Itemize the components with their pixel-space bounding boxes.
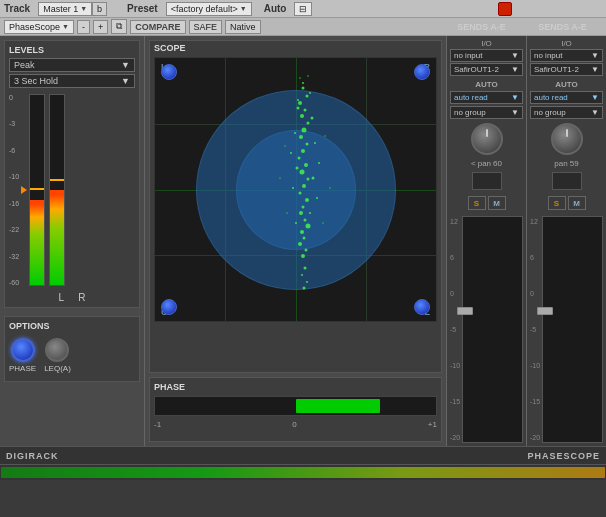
native-button[interactable]: Native — [225, 20, 261, 34]
group-dropdown-2[interactable]: no group ▼ — [530, 106, 603, 119]
hold-dropdown[interactable]: 3 Sec Hold ▼ — [9, 74, 135, 88]
safe-button[interactable]: SAFE — [189, 20, 223, 34]
pan-val-1: 60 — [493, 159, 502, 168]
fader-section-1: 12 6 0 -5 -10 -15 -20 — [450, 216, 523, 443]
svg-point-3 — [304, 109, 307, 112]
plus-button[interactable]: + — [93, 20, 108, 34]
svg-point-45 — [284, 145, 286, 147]
solo-button-1[interactable]: S — [468, 196, 486, 210]
svg-point-29 — [314, 142, 316, 144]
svg-point-15 — [299, 192, 302, 195]
auto-dropdown-2[interactable]: auto read ▼ — [530, 91, 603, 104]
svg-point-37 — [316, 197, 318, 199]
fader-handle-2[interactable] — [537, 307, 553, 315]
master-arrow: ▼ — [80, 5, 87, 12]
svg-point-5 — [307, 122, 310, 125]
phasescope-dropdown[interactable]: PhaseScope ▼ — [4, 20, 74, 34]
leqa-circle — [45, 338, 69, 362]
meter-scale: 0 -3 -6 -10 -16 -22 -32 -60 — [9, 94, 21, 286]
output-dropdown-2[interactable]: SafirOUT1-2 ▼ — [530, 63, 603, 76]
levels-title: LEVELS — [9, 45, 135, 55]
svg-point-47 — [279, 177, 281, 179]
fader-track-1[interactable] — [462, 216, 523, 443]
pan-knob-2[interactable] — [551, 123, 583, 155]
channel-strip-1: I/O no input ▼ SafirOUT1-2 ▼ AUTO auto r… — [446, 36, 526, 446]
sm-buttons-1: S M — [450, 196, 523, 210]
svg-point-48 — [329, 187, 331, 189]
meter-l-label: L — [59, 292, 65, 303]
auto-dropdown-1[interactable]: auto read ▼ — [450, 91, 523, 104]
auto-dropdown[interactable]: ⊟ — [294, 2, 312, 16]
peak-arrow: ▼ — [121, 60, 130, 70]
svg-point-33 — [318, 162, 320, 164]
leqa-button[interactable]: LEQ(A) — [44, 338, 71, 373]
pan-label-1: pan — [478, 159, 491, 168]
b-button[interactable]: b — [92, 2, 107, 16]
svg-point-18 — [299, 211, 303, 215]
levels-section: LEVELS Peak ▼ 3 Sec Hold ▼ 0 -3 -6 -10 -… — [4, 40, 140, 308]
pan-row-1: < pan 60 — [450, 159, 523, 168]
phase-button[interactable]: PHASE — [9, 338, 36, 373]
minus-button[interactable]: - — [77, 20, 90, 34]
preset-arrow: ▼ — [240, 5, 247, 12]
leqa-label: LEQ(A) — [44, 364, 71, 373]
svg-point-38 — [309, 212, 311, 214]
svg-point-19 — [304, 219, 307, 222]
phase-fill — [296, 399, 380, 413]
svg-point-28 — [294, 132, 296, 134]
sends-right-label: SENDS A-E — [523, 22, 602, 32]
svg-point-17 — [302, 206, 305, 209]
input-arrow-2: ▼ — [591, 51, 599, 60]
copy-button[interactable]: ⧉ — [111, 19, 127, 34]
svg-point-22 — [303, 237, 306, 240]
fader-track-2[interactable] — [542, 216, 603, 443]
meter-l-peak — [30, 188, 44, 190]
options-title: OPTIONS — [9, 321, 135, 331]
center-panel: SCOPE L R C L — [145, 36, 446, 446]
pan-val-2: 59 — [570, 159, 579, 168]
hold-arrow: ▼ — [121, 76, 130, 86]
preset-dropdown[interactable]: <factory default> ▼ — [166, 2, 252, 16]
master-dropdown[interactable]: Master 1 ▼ — [38, 2, 92, 16]
output-dropdown-1[interactable]: SafirOUT1-2 ▼ — [450, 63, 523, 76]
peak-dropdown[interactable]: Peak ▼ — [9, 58, 135, 72]
input-dropdown-1[interactable]: no input ▼ — [450, 49, 523, 62]
mute-button-2[interactable]: M — [568, 196, 586, 210]
phase-label: PHASE — [9, 364, 36, 373]
svg-point-43 — [306, 281, 308, 283]
fader-scale-2: 12 6 0 -5 -10 -15 -20 — [530, 216, 540, 443]
io-label-1: I/O — [450, 39, 523, 48]
vu-meters: 0 -3 -6 -10 -16 -22 -32 -60 — [9, 90, 135, 290]
group-arrow-2: ▼ — [591, 108, 599, 117]
group-dropdown-1[interactable]: no group ▼ — [450, 106, 523, 119]
svg-point-36 — [292, 187, 294, 189]
solo-button-2[interactable]: S — [548, 196, 566, 210]
svg-point-25 — [301, 254, 305, 258]
bottom-bar: DIGIRACK PHASESCOPE — [0, 446, 606, 464]
red-button[interactable] — [498, 2, 512, 16]
pan-knob-1[interactable] — [471, 123, 503, 155]
meter-l-fill — [30, 200, 44, 286]
phase-circle — [11, 338, 35, 362]
pan-dir-1: < — [471, 159, 476, 168]
auto-icon: ⊟ — [299, 4, 307, 14]
mute-button-1[interactable]: M — [488, 196, 506, 210]
svg-point-16 — [305, 198, 309, 202]
bottom-right-label: PHASESCOPE — [527, 451, 600, 461]
group-arrow-1: ▼ — [511, 108, 519, 117]
preset-label: Preset — [127, 3, 158, 14]
svg-point-46 — [324, 135, 326, 137]
main-area: LEVELS Peak ▼ 3 Sec Hold ▼ 0 -3 -6 -10 -… — [0, 36, 606, 446]
pan-row-2: pan 59 — [530, 159, 603, 168]
fader-handle-1[interactable] — [457, 307, 473, 315]
scope-svg — [155, 58, 436, 321]
phasescope-arrow: ▼ — [62, 23, 69, 30]
svg-point-40 — [302, 82, 304, 84]
color-swatch-1 — [472, 172, 502, 190]
svg-point-24 — [305, 249, 308, 252]
auto-label-1: AUTO — [450, 80, 523, 89]
input-dropdown-2[interactable]: no input ▼ — [530, 49, 603, 62]
compare-button[interactable]: COMPARE — [130, 20, 185, 34]
phase-min: -1 — [154, 420, 161, 429]
svg-point-51 — [299, 77, 301, 79]
